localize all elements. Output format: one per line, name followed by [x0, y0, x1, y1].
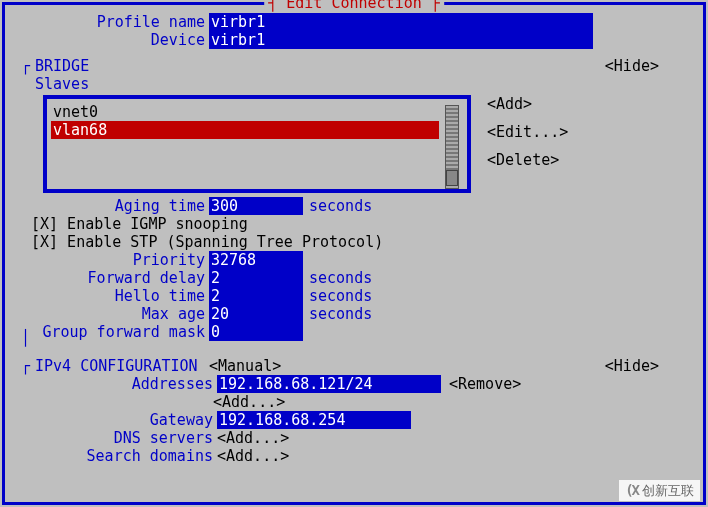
slaves-edit-button[interactable]: <Edit...> — [487, 123, 568, 141]
address-add-button[interactable]: <Add...> — [213, 393, 285, 411]
address-input[interactable]: 192.168.68.121/24 — [217, 375, 441, 393]
search-domains-label: Search domains — [25, 447, 217, 465]
fdelay-unit: seconds — [309, 269, 372, 287]
frame-title: ┤ Edit Connection ├ — [264, 0, 444, 12]
aging-input[interactable]: 300 — [209, 197, 303, 215]
aging-label: Aging time — [25, 197, 209, 215]
address-remove-button[interactable]: <Remove> — [449, 375, 521, 393]
priority-input[interactable]: 32768 — [209, 251, 303, 269]
section-corner-icon — [21, 57, 30, 75]
bridge-section: BRIDGE Slaves <Hide> vnet0 vlan68 <Add> — [25, 57, 683, 341]
section-corner-icon — [21, 357, 30, 375]
device-input[interactable]: virbr1 — [209, 31, 593, 49]
slaves-add-button[interactable]: <Add> — [487, 95, 568, 113]
fdelay-label: Forward delay — [25, 269, 209, 287]
stp-checkbox[interactable]: [X] Enable STP (Spanning Tree Protocol) — [31, 233, 683, 251]
profile-name-input[interactable]: virbr1 — [209, 13, 593, 31]
section-side-icon — [21, 329, 30, 347]
gateway-label: Gateway — [25, 411, 217, 429]
priority-label: Priority — [25, 251, 209, 269]
fdelay-input[interactable]: 2 — [209, 269, 303, 287]
addresses-label: Addresses — [25, 375, 217, 393]
scroll-thumb[interactable] — [446, 170, 458, 186]
watermark-text: 创新互联 — [642, 483, 694, 499]
slaves-scrollbar[interactable] — [445, 105, 459, 189]
slave-item-selected[interactable]: vlan68 — [51, 121, 439, 139]
bridge-title: BRIDGE — [35, 57, 89, 75]
slaves-delete-button[interactable]: <Delete> — [487, 151, 568, 169]
edit-connection-frame: ┤ Edit Connection ├ Profile name virbr1 … — [2, 2, 706, 505]
device-label: Device — [25, 31, 209, 49]
watermark-logo-icon: (X — [625, 482, 638, 499]
hello-input[interactable]: 2 — [209, 287, 303, 305]
bridge-subtitle: Slaves — [35, 75, 89, 93]
dns-add-button[interactable]: <Add...> — [217, 429, 289, 447]
aging-unit: seconds — [309, 197, 372, 215]
watermark: (X 创新互联 — [619, 480, 700, 501]
ipv4-section: IPv4 CONFIGURATION <Manual> <Hide> Addre… — [25, 357, 683, 465]
hello-unit: seconds — [309, 287, 372, 305]
maxage-label: Max age — [25, 305, 209, 323]
bridge-hide-button[interactable]: <Hide> — [605, 57, 659, 75]
ipv4-title: IPv4 CONFIGURATION — [35, 357, 209, 375]
ipv4-mode-select[interactable]: <Manual> — [209, 357, 281, 375]
maxage-unit: seconds — [309, 305, 372, 323]
maxage-input[interactable]: 20 — [209, 305, 303, 323]
slaves-listbox[interactable]: vnet0 vlan68 — [43, 95, 471, 193]
hello-label: Hello time — [25, 287, 209, 305]
gfwdmask-input[interactable]: 0 — [209, 323, 303, 341]
gateway-input[interactable]: 192.168.68.254 — [217, 411, 411, 429]
gfwdmask-label: Group forward mask — [25, 323, 209, 341]
profile-name-label: Profile name — [25, 13, 209, 31]
igmp-checkbox[interactable]: [X] Enable IGMP snooping — [31, 215, 683, 233]
dns-label: DNS servers — [25, 429, 217, 447]
ipv4-hide-button[interactable]: <Hide> — [605, 357, 659, 375]
slave-item[interactable]: vnet0 — [51, 103, 439, 121]
search-add-button[interactable]: <Add...> — [217, 447, 289, 465]
